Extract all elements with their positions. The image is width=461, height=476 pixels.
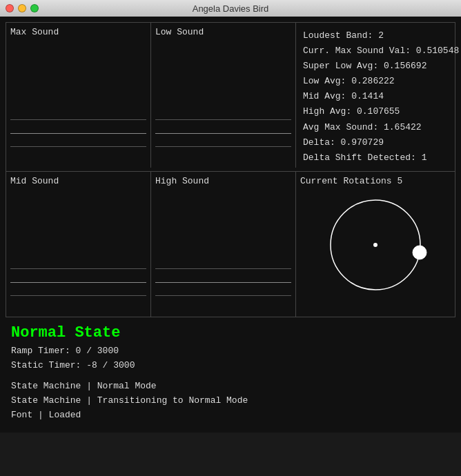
app-title: Angela Davies Bird (193, 3, 269, 14)
rotation-svg (320, 190, 431, 300)
mid-avg: Mid Avg: 0.1414 (303, 89, 459, 104)
minimize-button[interactable] (18, 4, 26, 12)
static-timer: Static Timer: -8 / 3000 (11, 359, 450, 373)
max-sound-label: Max Sound (10, 27, 146, 37)
avg-max-sound: Avg Max Sound: 1.65422 (303, 120, 459, 135)
maximize-button[interactable] (30, 4, 39, 12)
rotation-panel: Current Rotations 5 (296, 172, 455, 317)
high-sound-panel: High Sound (151, 172, 296, 317)
mid-sound-panel: Mid Sound (6, 172, 151, 317)
font-status: Font | Loaded (11, 408, 450, 423)
close-button[interactable] (6, 4, 14, 12)
info-panel: Loudest Band: 2 Curr. Max Sound Val: 0.5… (296, 23, 461, 171)
state-machine-2: State Machine | Transitioning to Normal … (11, 394, 450, 408)
high-sound-label: High Sound (155, 176, 291, 186)
super-low-avg: Super Low Avg: 0.156692 (303, 59, 459, 74)
status-section: Normal State Ramp Timer: 0 / 3000 Static… (6, 317, 455, 427)
mid-sound-label: Mid Sound (10, 176, 146, 186)
ramp-timer: Ramp Timer: 0 / 3000 (11, 344, 450, 359)
low-sound-panel: Low Sound (151, 23, 296, 168)
low-avg: Low Avg: 0.286222 (303, 74, 459, 89)
state-machine-1: State Machine | Normal Mode (11, 379, 450, 394)
main-content: Max Sound Low Sound Loudest Band: 2 Curr… (0, 17, 461, 433)
svg-point-1 (373, 243, 377, 247)
max-sound-panel: Max Sound (6, 23, 151, 168)
delta: Delta: 0.970729 (303, 135, 459, 150)
loudest-band: Loudest Band: 2 (303, 28, 459, 43)
high-avg: High Avg: 0.107655 (303, 104, 459, 119)
normal-state-heading: Normal State (11, 324, 450, 341)
delta-shift: Delta Shift Detected: 1 (303, 150, 459, 166)
title-bar: Angela Davies Bird (0, 0, 461, 17)
svg-point-2 (413, 246, 426, 259)
window-controls[interactable] (6, 4, 39, 12)
curr-max-sound: Curr. Max Sound Val: 0.510548 (303, 43, 459, 59)
rotation-label: Current Rotations 5 (300, 176, 451, 186)
low-sound-label: Low Sound (155, 27, 291, 37)
